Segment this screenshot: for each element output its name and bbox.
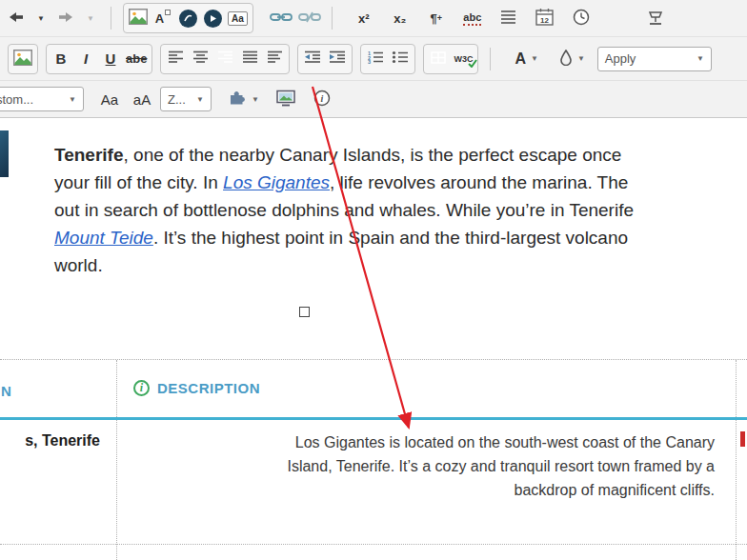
- w3c-validator-icon: W3C: [454, 54, 473, 64]
- mount-teide-link[interactable]: Mount Teide: [54, 228, 153, 248]
- subscript-button[interactable]: x₂: [388, 5, 413, 31]
- zoom-dropdown[interactable]: Z... ▼: [160, 87, 212, 111]
- paragraph-line: Tenerife, one of the nearby Canary Islan…: [54, 141, 747, 169]
- align-left-icon: [168, 50, 184, 67]
- toggle-table-borders-button[interactable]: [426, 46, 451, 72]
- alignment-group: [160, 44, 290, 74]
- foreground-color-button[interactable]: A ▼: [512, 46, 540, 72]
- clipped-red-text: [740, 431, 745, 447]
- clock-icon: [573, 9, 590, 29]
- content-image-partial[interactable]: [0, 130, 9, 177]
- description-line: Los Gigantes is located on the south-wes…: [133, 430, 715, 454]
- numbered-list-icon: 123: [367, 50, 384, 67]
- org-chart-button[interactable]: [643, 5, 668, 31]
- bold-button[interactable]: B: [49, 46, 73, 72]
- table-row-border: [0, 544, 747, 545]
- table-grid-icon: [431, 51, 446, 67]
- svg-text:3: 3: [368, 59, 371, 64]
- chevron-down-icon: ▼: [196, 95, 204, 104]
- xhtml-validator-button[interactable]: W3C: [451, 46, 475, 72]
- table-cell-description[interactable]: Los Gigantes is located on the south-wes…: [133, 430, 715, 502]
- paragraph-line: out in search of bottlenose dolphins and…: [54, 196, 747, 224]
- media-manager-icon: [204, 10, 222, 28]
- paragraph-line: your fill of the city. In Los Gigantes, …: [54, 169, 747, 196]
- document-canvas[interactable]: Tenerife, one of the nearby Canary Islan…: [0, 119, 747, 560]
- paragraph-block: Tenerife, one of the nearby Canary Islan…: [54, 141, 747, 279]
- indent-icon: [329, 50, 346, 67]
- align-none-button[interactable]: [262, 46, 287, 72]
- unlink-icon: [298, 10, 321, 27]
- align-none-icon: [267, 50, 283, 67]
- align-left-button[interactable]: [163, 46, 188, 72]
- preview-button[interactable]: [273, 86, 298, 112]
- stacked-lines-icon: [500, 10, 516, 27]
- svg-text:i: i: [321, 93, 324, 104]
- numbered-list-button[interactable]: 123: [363, 46, 388, 72]
- about-button[interactable]: i: [310, 86, 334, 112]
- document-manager-icon: A: [155, 11, 171, 26]
- insert-tools-group: x² x₂ ¶+ abc 12: [352, 5, 668, 31]
- editor-toolbars: ▼ ▼ A: [0, 0, 747, 118]
- underline-button[interactable]: U: [98, 46, 123, 72]
- insert-module-button[interactable]: ▼: [225, 86, 262, 112]
- spellcheck-button[interactable]: abc: [460, 5, 485, 31]
- table-column-border: [736, 360, 737, 560]
- svg-text:12: 12: [540, 16, 549, 25]
- paragraph-line: world.: [54, 251, 747, 279]
- selection-handle[interactable]: [299, 307, 310, 317]
- justify-button[interactable]: [237, 46, 262, 72]
- align-center-icon: [192, 50, 209, 67]
- flash-manager-button[interactable]: [175, 5, 200, 31]
- font-style-group: B I U abe: [46, 44, 152, 74]
- insert-image-button[interactable]: [10, 46, 35, 72]
- bullet-list-icon: [392, 50, 409, 67]
- undo-button[interactable]: [4, 5, 29, 31]
- background-color-button[interactable]: ▼: [556, 46, 588, 72]
- apply-css-class-dropdown[interactable]: Apply ▼: [597, 47, 712, 71]
- chevron-down-icon: ▼: [531, 54, 538, 63]
- spellcheck-icon: abc: [463, 11, 481, 26]
- toolbar-row-2: B I U abe: [0, 36, 747, 80]
- indent-button[interactable]: [325, 46, 350, 72]
- editor-window: ▼ ▼ A: [0, 0, 747, 560]
- outdent-button[interactable]: [300, 46, 325, 72]
- new-paragraph-button[interactable]: ¶+: [424, 5, 449, 31]
- los-gigantes-link[interactable]: Los Gigantes: [223, 172, 330, 192]
- chevron-down-icon: ▼: [577, 54, 585, 63]
- redo-dropdown-caret[interactable]: ▼: [78, 5, 103, 31]
- undo-arrow-icon: [9, 11, 24, 26]
- info-icon: i: [313, 90, 331, 110]
- flash-manager-icon: [179, 10, 197, 28]
- document-manager-button[interactable]: A: [151, 5, 175, 31]
- align-center-button[interactable]: [188, 46, 212, 72]
- align-right-icon: [217, 50, 233, 67]
- superscript-button[interactable]: x²: [352, 5, 376, 31]
- table-tools-group: W3C: [423, 44, 478, 74]
- strikethrough-button[interactable]: abe: [123, 46, 150, 72]
- bullet-list-button[interactable]: [388, 46, 413, 72]
- uppercase-button[interactable]: Aa: [97, 86, 122, 112]
- table-column-border: [116, 360, 117, 560]
- media-manager-button[interactable]: [200, 5, 225, 31]
- remove-link-button[interactable]: [295, 5, 324, 31]
- hyperlink-button[interactable]: [267, 5, 295, 31]
- redo-button[interactable]: [53, 5, 78, 31]
- droplet-icon: [559, 50, 573, 69]
- template-manager-button[interactable]: Aa: [225, 5, 251, 31]
- horizontal-rule-button[interactable]: [496, 5, 521, 31]
- image-manager-button[interactable]: [126, 5, 151, 31]
- insert-date-button[interactable]: 12: [533, 5, 557, 31]
- podium-icon: [647, 9, 664, 29]
- lowercase-button[interactable]: aA: [130, 86, 154, 112]
- toolbar-divider: [111, 7, 111, 30]
- table-header-description: i DESCRIPTION: [133, 380, 260, 396]
- chevron-down-icon: ▼: [69, 95, 76, 104]
- undo-dropdown-caret[interactable]: ▼: [29, 5, 53, 31]
- custom-links-dropdown[interactable]: stom... ▼: [0, 87, 84, 111]
- managers-group: A Aa: [123, 3, 253, 33]
- insert-time-button[interactable]: [569, 5, 594, 31]
- italic-button[interactable]: I: [73, 46, 98, 72]
- align-right-button[interactable]: [212, 46, 237, 72]
- table-cell-location-partial[interactable]: s, Tenerife: [0, 432, 100, 450]
- info-icon: i: [133, 380, 150, 396]
